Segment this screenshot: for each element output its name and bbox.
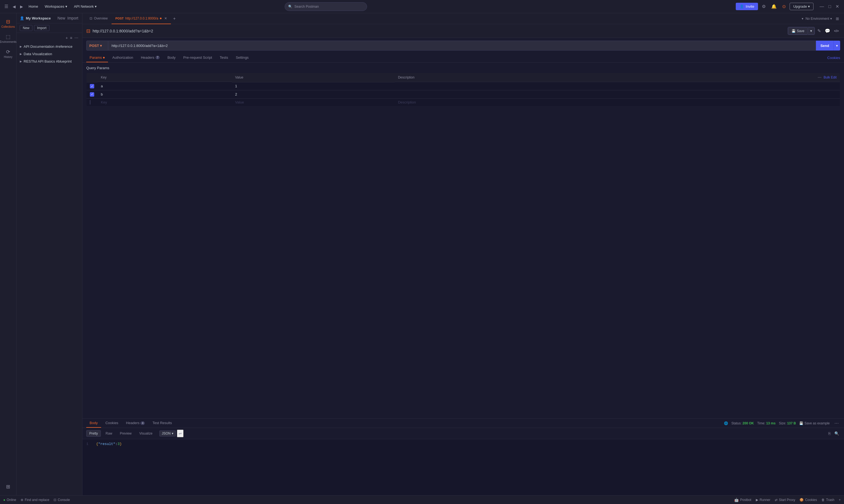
method-selector[interactable]: POST ▾ — [86, 41, 108, 51]
resp-format-right: ⎘ 🔍 — [827, 430, 840, 437]
add-server-button[interactable]: + — [839, 498, 841, 502]
line-number: 1 — [86, 442, 88, 446]
search-bar[interactable]: 🔍 Search Postman — [285, 2, 367, 11]
close-button[interactable]: ✕ — [834, 3, 841, 10]
sidebar-item-environments[interactable]: ⬚ Environments — [0, 32, 16, 46]
tab-pre-request-script[interactable]: Pre-request Script — [180, 53, 216, 62]
save-dropdown-button[interactable]: ▾ — [808, 27, 815, 35]
collection-item-data-viz[interactable]: ▶ Data Visualization — [16, 50, 82, 58]
forward-button[interactable]: ▶ — [19, 3, 24, 10]
table-row: ✓ b 2 — [87, 90, 840, 98]
search-response-button[interactable]: 🔍 — [833, 430, 840, 437]
trash-button[interactable]: 🗑 Trash — [822, 498, 834, 502]
send-button-group: Send ▾ — [816, 41, 840, 51]
globe-icon: 🌐 — [724, 421, 728, 425]
environment-selector[interactable]: No Environment ▾ — [806, 17, 832, 21]
tab-body[interactable]: Body — [164, 53, 179, 62]
minimize-button[interactable]: — — [818, 3, 826, 10]
add-tab-button[interactable]: + — [171, 16, 178, 21]
add-collection-button[interactable]: + — [65, 35, 68, 41]
wrap-button[interactable]: ⇌ — [177, 430, 184, 437]
url-icon: ⊟ — [86, 28, 90, 34]
import-button[interactable]: Import — [67, 15, 79, 21]
console-button[interactable]: ⊡ Console — [54, 498, 70, 502]
tab-close-button[interactable]: ✕ — [164, 16, 167, 20]
proxy-icon: ⇄ — [775, 498, 777, 502]
start-proxy-button[interactable]: ⇄ Start Proxy — [775, 498, 795, 502]
format-tab-preview[interactable]: Preview — [117, 430, 135, 437]
cookies-link[interactable]: Cookies — [827, 56, 840, 60]
full-url-display: http://127.0.0.1:8000/add?a=1&b=2 — [92, 29, 786, 33]
user-icon: 👤 — [20, 16, 24, 20]
resp-tab-headers[interactable]: Headers 4 — [123, 419, 148, 428]
home-link[interactable]: Home — [27, 3, 40, 10]
resp-tab-test-results[interactable]: Test Results — [149, 419, 175, 428]
empty-checkbox[interactable] — [90, 100, 90, 105]
request-tabs: Params Authorization Headers 7 Body Pre-… — [82, 53, 844, 62]
hamburger-button[interactable]: ☰ — [3, 3, 9, 10]
resp-tab-cookies[interactable]: Cookies — [102, 419, 122, 428]
import-button[interactable]: Import — [34, 25, 49, 31]
json-format-selector[interactable]: JSON ▾ — [159, 430, 176, 436]
back-button[interactable]: ◀ — [12, 3, 17, 10]
tab-settings[interactable]: Settings — [232, 53, 252, 62]
more-options-button[interactable]: ⋯ — [74, 35, 79, 41]
query-params-section: Query Params Key Value Description ⋯ — [82, 62, 844, 418]
response-body: 1 {"result":3} — [82, 439, 844, 495]
find-replace-button[interactable]: ⊕ Find and replace — [21, 498, 49, 502]
postbot-button[interactable]: 🤖 Postbot — [734, 498, 752, 502]
url-input[interactable] — [108, 41, 816, 51]
title-bar-right: 👤 Invite ⚙ 🔔 ⊙ Upgrade ▾ — □ ✕ — [736, 2, 841, 11]
tab-params[interactable]: Params — [86, 53, 108, 62]
sidebar-item-history[interactable]: ⟳ History — [0, 47, 16, 61]
response-meta: 🌐 Status: 200 OK Time: 13 ms Size: 137 B — [724, 419, 840, 427]
more-response-options-button[interactable]: ⋯ — [833, 419, 840, 427]
code-view-button[interactable]: </> — [833, 28, 840, 34]
tabs-overflow-button[interactable]: ▾ — [802, 17, 803, 21]
new-button[interactable]: New — [57, 15, 66, 21]
copy-response-button[interactable]: ⎘ — [827, 430, 832, 437]
maximize-button[interactable]: □ — [827, 3, 833, 10]
send-dropdown-button[interactable]: ▾ — [833, 41, 840, 51]
invite-button[interactable]: 👤 Invite — [736, 3, 758, 10]
collection-item-restful[interactable]: ▶ RESTful API Basics #blueprint — [16, 58, 82, 65]
comment-button[interactable]: 💬 — [823, 27, 832, 35]
tab-overview[interactable]: ⊡ Overview — [86, 13, 111, 24]
status-online[interactable]: ● Online — [3, 498, 16, 502]
notifications-button[interactable]: 🔔 — [770, 2, 778, 11]
edit-button[interactable]: ✎ — [816, 27, 822, 35]
resp-tab-body[interactable]: Body — [86, 419, 101, 428]
tab-bar-right: ▾ No Environment ▾ ⊞ — [802, 15, 841, 22]
format-tab-pretty[interactable]: Pretty — [86, 430, 101, 437]
postbot-icon: 🤖 — [734, 498, 739, 502]
sidebar-item-collections[interactable]: ⊟ Collections — [0, 16, 16, 31]
sidebar-add-workspace[interactable]: ⊞ — [6, 482, 10, 492]
row2-checkbox[interactable]: ✓ — [90, 92, 94, 97]
format-tab-visualize[interactable]: Visualize — [136, 430, 155, 437]
settings-button[interactable]: ⚙ — [760, 2, 767, 11]
cookies-button[interactable]: 🍪 Cookies — [799, 498, 817, 502]
format-tab-raw[interactable]: Raw — [102, 430, 115, 437]
bulk-edit-button[interactable]: Bulk Edit — [824, 75, 837, 79]
workspace-header: 👤 My Workspace New Import — [16, 13, 82, 23]
time-info: Time: 13 ms — [757, 421, 776, 425]
send-button[interactable]: Send — [816, 41, 833, 51]
find-replace-icon: ⊕ — [21, 498, 23, 502]
api-network-link[interactable]: API Network ▾ — [72, 3, 99, 10]
layout-button[interactable]: ⊞ — [834, 15, 841, 22]
tab-tests[interactable]: Tests — [217, 53, 231, 62]
row1-checkbox[interactable]: ✓ — [90, 84, 94, 88]
sync-button[interactable]: ⊙ — [780, 2, 787, 11]
new-collection-button[interactable]: New — [20, 25, 32, 31]
tab-authorization[interactable]: Authorization — [109, 53, 137, 62]
workspaces-link[interactable]: Workspaces ▾ — [42, 3, 69, 10]
upgrade-button[interactable]: Upgrade ▾ — [790, 3, 813, 10]
save-button[interactable]: 💾 Save — [788, 27, 808, 35]
tab-active-request[interactable]: POST http://127.0.0.1:8000/a ✕ — [111, 13, 171, 24]
collection-item-api-docs[interactable]: ▶ API Documentation #reference — [16, 43, 82, 50]
title-bar-left: ☰ ◀ ▶ Home Workspaces ▾ API Network ▾ — [3, 3, 99, 10]
runner-button[interactable]: ▶ Runner — [756, 498, 770, 502]
tab-headers[interactable]: Headers 7 — [138, 53, 163, 62]
filter-button[interactable]: ≡ — [69, 35, 73, 41]
save-example-button[interactable]: 💾 Save as example — [799, 421, 830, 425]
